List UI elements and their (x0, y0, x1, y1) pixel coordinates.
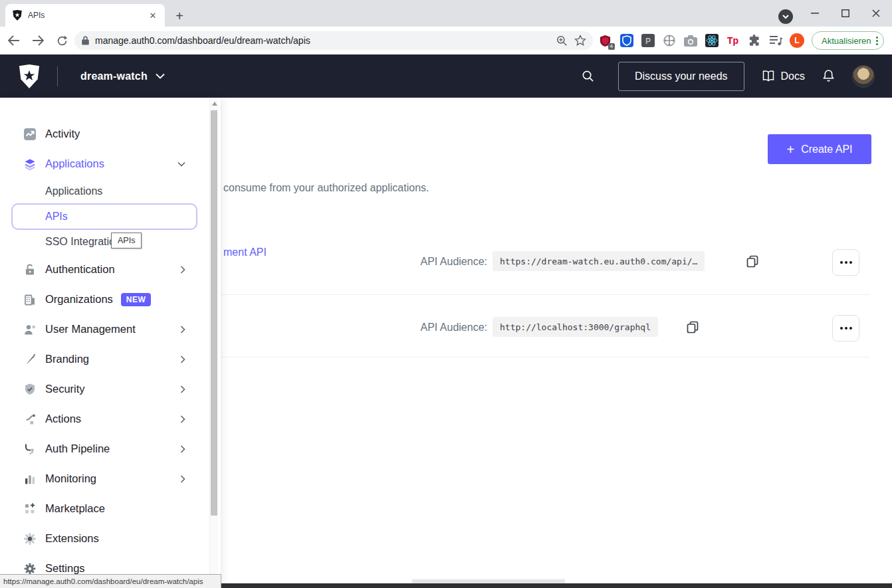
api-audience-label: API Audience: (407, 256, 487, 268)
browser-tab[interactable]: APIs ✕ (5, 4, 165, 27)
sidebar-item-security[interactable]: Security (0, 374, 221, 404)
chevron-right-icon (180, 475, 185, 483)
auth0-favicon (12, 10, 23, 21)
chevron-right-icon (180, 355, 185, 363)
p-extension-icon[interactable]: P (641, 34, 655, 48)
focus-ring (11, 203, 197, 230)
browser-profile-avatar[interactable]: L (790, 33, 804, 48)
tab-close-icon[interactable]: ✕ (148, 10, 158, 21)
notifications-bell-icon[interactable] (822, 69, 835, 83)
bottom-banner-edge (153, 583, 892, 588)
bar-chart-icon (23, 472, 37, 486)
row-menu-button[interactable] (832, 249, 859, 276)
auth0-logo-icon[interactable] (17, 64, 41, 88)
sidebar-item-label: Auth Pipeline (45, 442, 110, 455)
window-maximize-button[interactable] (836, 5, 855, 21)
browser-menu-icon[interactable] (876, 37, 878, 45)
chevron-right-icon (180, 415, 185, 423)
ublock-icon[interactable]: 4 (598, 34, 612, 48)
new-badge: NEW (121, 293, 152, 306)
api-audience-value: http://localhost:3000/graphql (493, 317, 658, 337)
browser-tab-strip: APIs ✕ + (0, 0, 892, 27)
bitwarden-icon[interactable] (619, 34, 633, 48)
ublock-badge: 4 (608, 43, 615, 50)
status-bar: https://manage.auth0.com/dashboard/eu/dr… (0, 574, 221, 588)
forward-icon[interactable] (28, 31, 48, 50)
puzzle-extensions-icon[interactable] (747, 34, 761, 48)
copy-icon[interactable] (745, 254, 760, 268)
react-devtools-icon[interactable] (705, 34, 719, 48)
sidebar-subitem-sso-integrations[interactable]: SSO Integrations (0, 229, 221, 254)
search-icon[interactable] (582, 70, 594, 82)
sidebar-item-branding[interactable]: Branding (0, 344, 221, 374)
media-control-icon[interactable] (778, 9, 793, 24)
api-audience-label: API Audience: (407, 322, 487, 334)
sidebar-item-label: Applications (45, 185, 102, 197)
sidebar-item-auth-pipeline[interactable]: Auth Pipeline (0, 434, 221, 464)
window-minimize-button[interactable] (805, 5, 825, 21)
scrollbar-thumb[interactable] (211, 110, 217, 516)
tab-title: APIs (28, 11, 142, 20)
marketplace-icon (23, 502, 37, 516)
sidebar-item-label: Security (45, 383, 85, 395)
sidebar-item-label: Applications (45, 157, 104, 170)
sidebar-item-label: Activity (45, 128, 80, 140)
back-icon[interactable] (4, 31, 24, 50)
sidebar-item-applications[interactable]: Applications (0, 149, 221, 179)
sidebar-item-activity[interactable]: Activity (0, 119, 221, 149)
sidebar-scrollbar[interactable] (209, 98, 218, 588)
url-text[interactable]: manage.auth0.com/dashboard/eu/dream-watc… (95, 35, 551, 46)
sidebar-item-user-management[interactable]: User Management (0, 314, 221, 344)
page-description: consume from your authorized application… (223, 182, 429, 194)
chevron-right-icon (180, 326, 185, 334)
organization-icon (23, 293, 37, 306)
sidebar-item-label: Marketplace (45, 502, 105, 515)
sidebar-item-label: Monitoring (45, 472, 96, 485)
tenant-switcher[interactable]: dream-watch (80, 70, 148, 82)
chevron-right-icon (180, 445, 185, 453)
discuss-your-needs-button[interactable]: Discuss your needs (618, 62, 744, 91)
copy-icon[interactable] (685, 320, 700, 334)
sidebar-item-organizations[interactable]: Organizations NEW (0, 284, 221, 314)
sidebar: Activity Applications Applications APIs … (0, 98, 221, 588)
user-avatar[interactable] (852, 65, 875, 88)
docs-link[interactable]: Docs (762, 70, 805, 82)
auth0-header: dream-watch Discuss your needs Docs (0, 54, 892, 98)
new-tab-button[interactable]: + (171, 8, 187, 24)
row-menu-button[interactable] (832, 315, 859, 342)
tenant-chevron-down-icon[interactable] (156, 73, 165, 79)
window-close-button[interactable] (866, 5, 886, 21)
api-name-link[interactable]: ment API (223, 246, 267, 258)
address-bar[interactable]: manage.auth0.com/dashboard/eu/dream-watc… (74, 31, 593, 50)
create-api-label: Create API (801, 144, 852, 155)
sidebar-item-marketplace[interactable]: Marketplace (0, 494, 221, 524)
music-queue-icon[interactable] (768, 34, 782, 48)
sidebar-item-label: Branding (45, 353, 89, 365)
sidebar-item-authentication[interactable]: Authentication (0, 254, 221, 284)
sidebar-subitem-applications[interactable]: Applications (0, 179, 221, 204)
lock-icon[interactable] (81, 35, 90, 46)
reload-icon[interactable] (52, 31, 72, 50)
sidebar-item-actions[interactable]: Actions (0, 404, 221, 434)
chevron-down-icon (177, 161, 185, 167)
api-row: API Audience: http://localhost:3000/grap… (221, 294, 870, 357)
update-button-label: Aktualisieren (822, 36, 871, 46)
sidebar-item-extensions[interactable]: Extensions (0, 524, 221, 553)
api-audience-value: https://dream-watch.eu.auth0.com/api/… (493, 251, 705, 271)
applications-icon (23, 157, 37, 171)
scrollbar-up-arrow[interactable] (212, 102, 217, 106)
bookmark-star-icon[interactable] (574, 35, 586, 47)
sidebar-item-label: User Management (45, 323, 136, 336)
extensions-icon (23, 532, 37, 545)
move-tool-icon[interactable] (662, 34, 676, 48)
browser-update-button[interactable]: Aktualisieren (812, 31, 884, 50)
sidebar-item-monitoring[interactable]: Monitoring (0, 464, 221, 494)
sidebar-subitem-apis[interactable]: APIs (0, 204, 221, 229)
zoom-level-icon[interactable] (556, 35, 568, 47)
create-api-button[interactable]: + Create API (768, 134, 871, 164)
tp-extension-icon[interactable]: Tp (726, 34, 740, 48)
sidebar-item-label: Actions (45, 413, 81, 425)
sidebar-item-label: Settings (45, 562, 85, 575)
camera-icon[interactable] (683, 34, 697, 48)
svg-text:P: P (645, 37, 650, 46)
